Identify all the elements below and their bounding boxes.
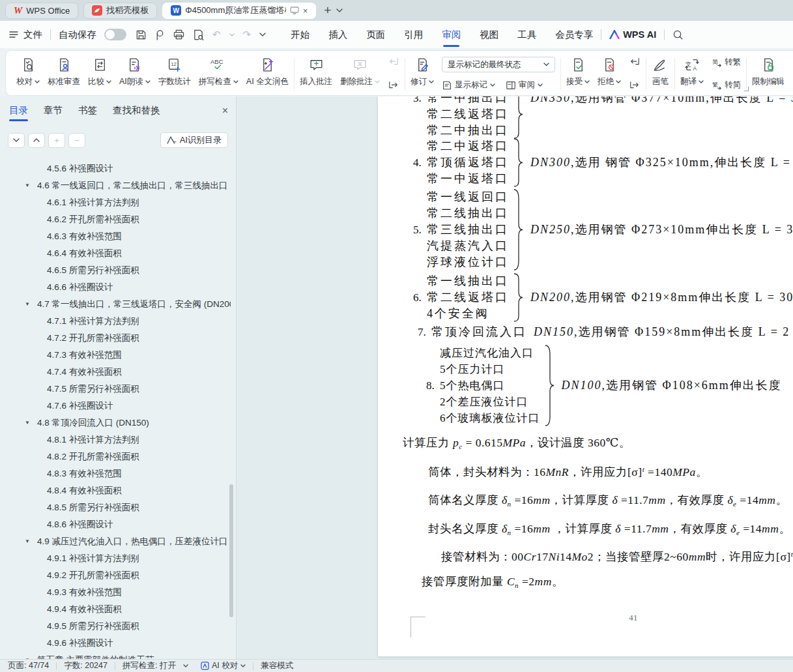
expand-all-button[interactable] xyxy=(8,133,25,148)
collapse-arrow-icon[interactable]: ▼ xyxy=(25,177,30,194)
toc-item[interactable]: 4.7.4 有效补强面积 xyxy=(0,364,231,381)
word-count-button[interactable]: 12 字数统计 xyxy=(158,55,191,87)
quick-access-chevron-icon[interactable] xyxy=(259,33,266,37)
toc-item-label: 4.6.6 补强圈设计 xyxy=(47,282,113,292)
toc-item[interactable]: ▼4.7 常一线抽出口，常三线返塔口，安全阀 (DN200 ... xyxy=(0,296,231,313)
menu-item-页面[interactable]: 页面 xyxy=(366,29,385,41)
share-screen-icon[interactable] xyxy=(290,7,299,14)
reject-button[interactable]: 拒绝 xyxy=(598,55,621,87)
markup-state-select[interactable]: 显示标记的最终状态 xyxy=(442,57,555,72)
to-simplified-button[interactable]: 繁 转简 xyxy=(712,80,741,91)
print-preview-icon[interactable] xyxy=(193,29,204,40)
sidebar-tab-bookmarks[interactable]: 书签 xyxy=(78,104,97,121)
toc-item[interactable]: 4.9.2 开孔所需补强面积 xyxy=(0,567,231,584)
file-menu[interactable]: 文件 xyxy=(23,29,42,41)
toc-item[interactable]: 4.7.6 补强圈设计 xyxy=(0,398,231,415)
standard-review-button[interactable]: 标准审查 xyxy=(48,55,80,87)
toc-item[interactable]: 4.7.5 所需另行补强面积 xyxy=(0,381,231,398)
collapse-arrow-icon[interactable]: ▼ xyxy=(25,533,30,550)
hamburger-icon[interactable] xyxy=(9,31,18,38)
spell-check-status[interactable]: 拼写检查: 打开 xyxy=(123,660,176,671)
search-icon[interactable] xyxy=(672,29,684,40)
translate-button[interactable]: 文A 翻译 xyxy=(680,55,704,87)
toc-item[interactable]: 4.9.5 所需另行补强面积 xyxy=(0,618,231,635)
wps-ai-button[interactable]: WPS AI xyxy=(609,29,656,40)
document-paragraph: 计算压力 pc = 0.615MPa，设计温度 360℃。 xyxy=(403,435,631,450)
ai-proofread-status[interactable]: AI 校对 xyxy=(201,660,246,671)
toc-item[interactable]: ▼4.9 减压过汽化油入口，热电偶口，压差液位计口， ... xyxy=(0,533,231,550)
group-expand-icon[interactable] xyxy=(744,87,749,91)
document-page[interactable]: 41 3.常一中抽出口常二线返塔口常二中抽出口DN350,选用钢管 Φ377×1… xyxy=(378,96,793,656)
menu-item-插入[interactable]: 插入 xyxy=(328,29,347,41)
toc-item[interactable]: 4.6.6 补强圈设计 xyxy=(0,279,231,296)
toc-item[interactable]: 4.6.1 补强计算方法判别 xyxy=(0,194,231,211)
toc-item[interactable]: 4.9.3 有效补强范围 xyxy=(0,584,231,601)
toc-item[interactable]: 4.6.4 有效补强面积 xyxy=(0,245,231,262)
toc-item[interactable]: 4.8.3 有效补强范围 xyxy=(0,465,231,482)
menu-item-引用[interactable]: 引用 xyxy=(404,29,423,41)
review-pane-button[interactable]: 审阅 xyxy=(506,80,543,91)
menu-item-会员专享[interactable]: 会员专享 xyxy=(555,29,593,41)
toc-item[interactable]: 4.8.5 所需另行补强面积 xyxy=(0,499,231,516)
tab-list-chevron-icon[interactable] xyxy=(336,8,343,12)
menu-item-审阅[interactable]: 审阅 xyxy=(442,29,461,41)
ai-read-aloud-button[interactable]: AI朗读 xyxy=(119,55,151,87)
track-changes-icon xyxy=(414,55,431,74)
toc-item[interactable]: 4.7.3 有效补强范围 xyxy=(0,347,231,364)
menu-item-视图[interactable]: 视图 xyxy=(480,29,498,41)
toc-item[interactable]: 4.9.6 补强圈设计 xyxy=(0,635,231,652)
export-pdf-icon[interactable] xyxy=(155,29,165,40)
spell-check-chevron-icon[interactable] xyxy=(183,664,188,667)
toc-item[interactable]: 4.6.5 所需另行补强面积 xyxy=(0,262,231,279)
toc-item[interactable]: ▼4.6 常一线返回口，常二线抽出口，常三线抽出口， ... xyxy=(0,177,231,194)
collapse-arrow-icon[interactable]: ▼ xyxy=(25,415,30,431)
sidebar-tab-chapters[interactable]: 章节 xyxy=(44,104,63,121)
new-tab-button[interactable]: + xyxy=(324,3,331,18)
menu-item-工具[interactable]: 工具 xyxy=(517,29,536,41)
toc-item-label: 4.8.5 所需另行补强面积 xyxy=(47,503,139,512)
accept-button[interactable]: 接受 xyxy=(566,55,590,87)
collapse-arrow-icon[interactable]: ▼ xyxy=(25,296,30,313)
sidebar-close-icon[interactable]: × xyxy=(222,105,228,121)
compare-button[interactable]: 比较 xyxy=(88,55,111,87)
spell-check-button[interactable]: ABC 拼写检查 xyxy=(199,55,238,87)
previous-change-icon[interactable] xyxy=(629,57,641,67)
toc-item[interactable]: 4.8.2 开孔所需补强面积 xyxy=(0,448,231,465)
track-changes-button[interactable]: 修订 xyxy=(411,55,434,87)
ai-polish-button[interactable]: AI 全文润色 xyxy=(246,55,289,87)
sidebar-scrollbar[interactable] xyxy=(229,484,233,617)
next-comment-icon[interactable] xyxy=(388,80,399,91)
toc-item[interactable]: ▼4.8 常顶冷回流入口 (DN150) xyxy=(0,415,231,431)
toc-item[interactable]: ▼第五章 主要零部件的制造工艺 xyxy=(0,652,231,659)
collapse-arrow-icon[interactable]: ▼ xyxy=(25,652,30,659)
autosave-toggle[interactable] xyxy=(104,29,126,40)
print-icon[interactable] xyxy=(173,29,184,40)
toc-item[interactable]: 4.8.6 补强圈设计 xyxy=(0,516,231,533)
toc-item[interactable]: 4.9.1 补强计算方法判别 xyxy=(0,550,231,567)
toc-item[interactable]: 4.6.2 开孔所需补强面积 xyxy=(0,211,231,228)
toc-item[interactable]: 4.7.1 补强计算方法判别 xyxy=(0,313,231,330)
show-markup-button[interactable]: 显示标记 xyxy=(442,80,495,91)
toc-item[interactable]: 4.6.3 有效补强范围 xyxy=(0,228,231,245)
sidebar-tab-toc[interactable]: 目录 xyxy=(9,104,28,121)
sidebar-tab-find-replace[interactable]: 查找和替换 xyxy=(113,104,160,121)
ai-recognize-toc-button[interactable]: AI识别目录 xyxy=(160,132,228,148)
tab-wps-office[interactable]: W WPS Office xyxy=(5,3,78,19)
restrict-editing-button[interactable]: 限制编辑 xyxy=(752,55,785,87)
toc-item[interactable]: 4.9.4 有效补强面积 xyxy=(0,601,231,618)
collapse-all-button[interactable] xyxy=(28,133,45,148)
toc-item[interactable]: 4.7.2 开孔所需补强面积 xyxy=(0,330,231,347)
proofread-button[interactable]: 校对 xyxy=(16,55,40,87)
tab-docer-templates[interactable]: 找稻壳模板 xyxy=(83,3,157,19)
ink-pen-button[interactable]: 画笔 xyxy=(652,55,669,87)
next-change-icon[interactable] xyxy=(629,80,641,91)
toc-item[interactable]: 4.5.6 补强圈设计 xyxy=(0,160,231,177)
close-tab-icon[interactable]: × xyxy=(303,6,308,16)
toc-item[interactable]: 4.8.4 有效补强面积 xyxy=(0,482,231,499)
to-traditional-button[interactable]: 简 转繁 xyxy=(712,57,741,68)
insert-comment-button[interactable]: 插入批注 xyxy=(300,55,332,87)
menu-item-开始[interactable]: 开始 xyxy=(291,29,310,41)
save-icon[interactable] xyxy=(136,29,147,40)
toc-item[interactable]: 4.8.1 补强计算方法判别 xyxy=(0,431,231,448)
tab-document[interactable]: W Φ4500mm原油常压蒸馏塔机 × xyxy=(162,3,316,19)
